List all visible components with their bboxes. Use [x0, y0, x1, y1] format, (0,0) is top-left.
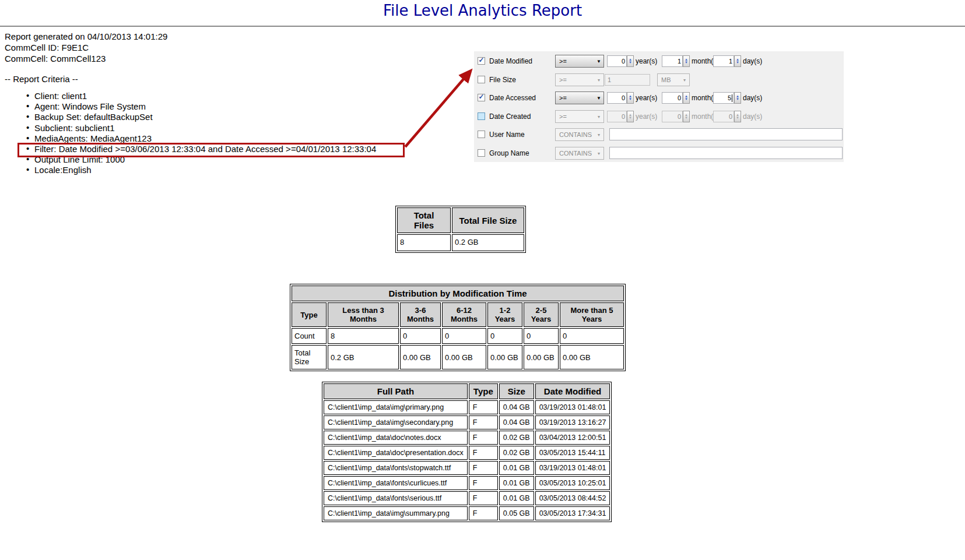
day-unit-label: day(s) [743, 94, 762, 102]
file-size: 0.02 GB [499, 446, 534, 460]
table-row: Total Size 0.2 GB 0.00 GB 0.00 GB 0.00 G… [292, 345, 624, 369]
group-name-operator-select[interactable]: CONTAINS ▾ [555, 147, 604, 160]
file-type: F [469, 506, 498, 520]
cell: 0 [442, 328, 486, 344]
date-accessed-month-input[interactable]: 0 [662, 92, 683, 104]
table-row: C:\client1\imp_data\fonts\serious.ttf F … [324, 491, 610, 505]
date-created-month-stepper[interactable]: ▲▼ [683, 111, 690, 122]
cell: 0.00 GB [400, 345, 441, 369]
size-value: 1 [608, 76, 611, 83]
report-generated-line: Report generated on 04/10/2013 14:01:29 [5, 31, 167, 42]
file-type: F [469, 431, 498, 445]
date-created-year-input[interactable]: 0 [607, 111, 627, 122]
file-date: 03/19/2013 13:16:27 [535, 415, 610, 429]
report-page: File Level Analytics Report Report gener… [0, 0, 965, 560]
file-date: 03/05/2013 08:44:52 [535, 491, 610, 505]
date-modified-day-input[interactable]: 1 [713, 55, 734, 67]
file-size-checkbox[interactable]: ✓ [478, 76, 485, 83]
row-label: Total Size [292, 345, 327, 369]
cell: 8 [328, 328, 399, 344]
annotation-arrow [382, 58, 484, 154]
criteria-item-backupset: Backup Set: defaultBackupSet [26, 112, 376, 122]
cell: 0 [400, 328, 441, 344]
file-size: 0.01 GB [499, 461, 534, 475]
group-name-label: Group Name [489, 149, 529, 157]
spin-down-icon: ▼ [629, 61, 632, 64]
criteria-heading: -- Report Criteria -- [5, 74, 78, 84]
header-divider [0, 26, 965, 27]
date-accessed-operator-select[interactable]: >= ▼ [555, 91, 604, 104]
date-modified-year-input[interactable]: 0 [607, 55, 627, 67]
user-name-operator-select[interactable]: CONTAINS ▾ [555, 128, 604, 141]
col-header: Type [292, 302, 327, 327]
file-size: 0.04 GB [499, 400, 534, 414]
spin-down-icon: ▼ [736, 98, 739, 101]
group-name-checkbox[interactable]: ✓ [478, 149, 485, 157]
file-path: C:\client1\imp_data\fonts\stopwatch.ttf [324, 461, 468, 475]
date-created-day-input[interactable]: 0 [713, 111, 734, 122]
day-unit-label: day(s) [743, 112, 762, 121]
date-accessed-year-input[interactable]: 0 [607, 92, 627, 104]
date-created-year-stepper[interactable]: ▲▼ [627, 111, 634, 122]
file-path: C:\client1\imp_data\img\summary.png [324, 506, 468, 520]
file-date: 03/19/2013 01:48:01 [535, 461, 610, 475]
date-accessed-checkbox[interactable]: ✓ [478, 94, 485, 101]
date-accessed-day-stepper[interactable]: ▲▼ [734, 92, 741, 104]
file-size: 0.01 GB [499, 476, 534, 490]
spin-down-icon: ▼ [736, 117, 739, 119]
date-modified-operator-select[interactable]: >= ▼ [555, 55, 604, 68]
date-modified-checkbox[interactable]: ✓ [478, 57, 485, 65]
criteria-item-filter: Filter: Date Modified >=03/06/2013 12:33… [26, 144, 376, 154]
year-value: 0 [622, 113, 625, 120]
date-accessed-day-input[interactable]: 5 [713, 92, 734, 104]
date-modified-day-stepper[interactable]: ▲▼ [734, 55, 741, 67]
date-created-operator-select[interactable]: >= ▾ [555, 110, 604, 123]
criteria-item-output-limit: Output Line Limit: 1000 [26, 154, 376, 165]
operator-value: >= [556, 76, 594, 83]
cell: 0 [560, 328, 624, 344]
table-header-row: Type Less than 3 Months 3-6 Months 6-12 … [292, 302, 624, 327]
date-accessed-year-stepper[interactable]: ▲▼ [627, 92, 634, 104]
cell: 0.00 GB [524, 345, 559, 369]
spin-down-icon: ▼ [685, 117, 688, 119]
user-name-input[interactable] [609, 128, 843, 140]
date-accessed-month-stepper[interactable]: ▲▼ [683, 92, 690, 104]
col-header: 6-12 Months [442, 302, 486, 327]
chevron-down-icon: ▾ [594, 132, 603, 138]
file-path: C:\client1\imp_data\img\secondary.png [324, 415, 468, 429]
date-modified-year-stepper[interactable]: ▲▼ [627, 55, 634, 67]
filter-row-date-accessed: ✓ Date Accessed >= ▼ 0 ▲▼ year(s) 0 ▲▼ m… [474, 91, 844, 104]
filter-row-file-size: ✓ File Size >= ▾ 1 MB ▾ [474, 73, 844, 86]
filter-row-group-name: ✓ Group Name CONTAINS ▾ [474, 147, 844, 160]
commcell-name-line: CommCell: CommCell123 [5, 53, 167, 64]
col-header: 1-2 Years [487, 302, 522, 327]
table-row: 8 0.2 GB [397, 234, 524, 251]
date-modified-month-input[interactable]: 1 [662, 55, 683, 67]
file-size-unit-select[interactable]: MB ▾ [657, 73, 690, 86]
filter-row-date-modified: ✓ Date Modified >= ▼ 0 ▲▼ year(s) 1 ▲▼ m… [474, 55, 844, 68]
spin-down-icon: ▼ [736, 61, 739, 64]
file-type: F [469, 461, 498, 475]
file-type: F [469, 491, 498, 505]
date-created-month-input[interactable]: 0 [662, 111, 683, 122]
file-list-table: Full Path Type Size Date Modified C:\cli… [322, 382, 612, 522]
cell: 0 [524, 328, 559, 344]
day-unit-label: day(s) [743, 57, 762, 65]
user-name-checkbox[interactable]: ✓ [478, 131, 485, 138]
operator-value: >= [556, 94, 594, 101]
year-unit-label: year(s) [636, 94, 657, 102]
date-modified-month-stepper[interactable]: ▲▼ [683, 55, 690, 67]
cell: 0 [487, 328, 522, 344]
group-name-input[interactable] [609, 147, 843, 159]
col-header: 3-6 Months [400, 302, 441, 327]
filter-row-user-name: ✓ User Name CONTAINS ▾ [474, 128, 844, 141]
spin-down-icon: ▼ [685, 61, 688, 64]
check-icon: ✓ [478, 56, 484, 64]
file-size-operator-select[interactable]: >= ▾ [555, 73, 604, 86]
file-size-value-input[interactable]: 1 [605, 74, 650, 86]
date-created-day-stepper[interactable]: ▲▼ [734, 111, 741, 122]
table-header-row: Full Path Type Size Date Modified [324, 383, 610, 399]
date-created-checkbox[interactable]: ✓ [478, 112, 485, 120]
operator-value: CONTAINS [556, 131, 594, 138]
col-header-size: Size [499, 383, 534, 399]
